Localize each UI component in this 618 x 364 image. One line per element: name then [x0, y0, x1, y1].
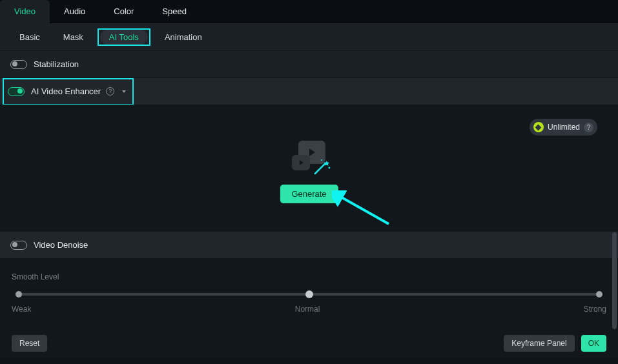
ai-enhancer-row: AI Video Enhancer ?: [0, 77, 618, 105]
slider-handle[interactable]: [305, 290, 313, 298]
stabilization-toggle[interactable]: [10, 60, 27, 69]
svg-point-1: [320, 159, 322, 161]
diamond-icon: [533, 122, 544, 132]
tab-color[interactable]: Color: [99, 0, 148, 23]
slider-label-strong: Strong: [584, 305, 606, 314]
tab-audio[interactable]: Audio: [50, 0, 99, 23]
video-enhance-icon: [289, 141, 329, 173]
sparkle-wand-icon: [313, 158, 331, 175]
ai-enhancer-highlight: AI Video Enhancer ?: [3, 78, 134, 105]
footer: Reset Keyframe Panel OK: [0, 329, 618, 358]
video-denoise-label: Video Denoise: [34, 240, 88, 250]
subtab-ai-tools[interactable]: AI Tools: [100, 30, 148, 45]
tab-video[interactable]: Video: [0, 0, 50, 23]
video-settings-panel: Video Audio Color Speed Basic Mask AI To…: [0, 0, 618, 364]
subtab-animation[interactable]: Animation: [156, 30, 211, 45]
unlimited-label: Unlimited: [548, 123, 580, 132]
ai-enhancer-toggle[interactable]: [8, 87, 25, 96]
slider-labels: Weak Normal Strong: [12, 305, 606, 314]
ai-enhancer-label: AI Video Enhancer: [31, 86, 101, 96]
slider-label-normal: Normal: [295, 305, 320, 314]
smooth-level-area: Smooth Level Weak Normal Strong: [0, 258, 618, 329]
subtab-basic[interactable]: Basic: [10, 30, 49, 45]
scrollbar[interactable]: [612, 232, 617, 329]
reset-button[interactable]: Reset: [12, 335, 47, 352]
chevron-down-icon[interactable]: [122, 90, 126, 93]
video-denoise-row: Video Denoise: [0, 231, 618, 258]
enhancer-center: Generate: [280, 141, 338, 203]
unlimited-badge[interactable]: Unlimited ?: [530, 119, 597, 136]
top-tabs: Video Audio Color Speed: [0, 0, 618, 23]
ok-button[interactable]: OK: [581, 335, 606, 352]
sub-tabs: Basic Mask AI Tools Animation: [0, 23, 618, 50]
help-icon[interactable]: ?: [584, 123, 593, 132]
generate-button[interactable]: Generate: [280, 185, 338, 203]
smooth-level-slider[interactable]: [15, 293, 603, 296]
help-icon[interactable]: ?: [106, 87, 114, 96]
slider-label-weak: Weak: [12, 305, 31, 314]
tab-speed[interactable]: Speed: [148, 0, 201, 23]
video-denoise-toggle[interactable]: [10, 241, 27, 250]
keyframe-panel-button[interactable]: Keyframe Panel: [504, 335, 574, 352]
stabilization-row: Stabilization: [0, 50, 618, 77]
subtab-mask[interactable]: Mask: [54, 30, 92, 45]
ai-enhancer-body: Unlimited ? Generate: [0, 105, 618, 231]
svg-point-0: [328, 167, 330, 169]
subtab-ai-tools-highlight: AI Tools: [98, 28, 150, 46]
smooth-level-label: Smooth Level: [12, 272, 606, 281]
stabilization-label: Stabilization: [34, 59, 79, 69]
